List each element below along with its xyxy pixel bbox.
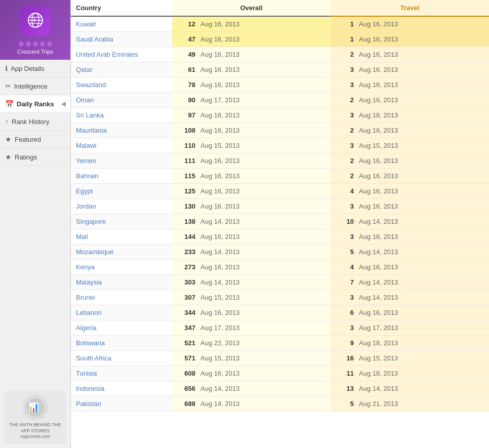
travel-date-cell: Aug 17, 2013	[356, 320, 489, 336]
travel-rank-cell: 3	[331, 320, 356, 336]
calendar-icon: 📅	[5, 100, 14, 108]
overall-rank-cell: 344	[172, 305, 197, 320]
sidebar-item-label: Daily Ranks	[17, 100, 54, 108]
travel-date-cell: Aug 16, 2013	[356, 47, 489, 62]
country-cell: Indonesia	[71, 381, 172, 396]
sidebar-item-label: Featured	[15, 136, 41, 143]
table-row: Brunei 307 Aug 15, 2013 3 Aug 14, 2013	[71, 290, 489, 305]
table-row: Oman 90 Aug 17, 2013 2 Aug 16, 2013	[71, 93, 489, 108]
country-cell: Brunei	[71, 290, 172, 305]
travel-rank-cell: 2	[331, 153, 356, 169]
travel-date-cell: Aug 16, 2013	[356, 123, 489, 138]
country-cell: Malawi	[71, 138, 172, 153]
sidebar-item-intelligence[interactable]: ✂ Intelligence	[0, 77, 70, 95]
travel-date-cell: Aug 18, 2013	[356, 336, 489, 351]
overall-rank-cell: 138	[172, 214, 197, 229]
sidebar-item-ratings[interactable]: ★ Ratings	[0, 148, 70, 166]
sidebar-item-label: Intelligence	[14, 83, 48, 90]
table-row: Jordan 130 Aug 16, 2013 3 Aug 16, 2013	[71, 199, 489, 214]
dot-5	[47, 42, 52, 47]
overall-rank-cell: 49	[172, 47, 197, 62]
travel-date-cell: Aug 16, 2013	[356, 153, 489, 169]
travel-rank-cell: 3	[331, 199, 356, 214]
table-row: Mali 144 Aug 16, 2013 3 Aug 16, 2013	[71, 229, 489, 245]
overall-rank-cell: 571	[172, 351, 197, 366]
sidebar-item-app-details[interactable]: ℹ App Details	[0, 60, 70, 77]
sidebar-ad-text: THE MATH BEHIND THE APP STORES AppAnnie.…	[8, 422, 62, 440]
table-row: United Arab Emirates 49 Aug 16, 2013 2 A…	[71, 47, 489, 62]
overall-date-cell: Aug 16, 2013	[197, 153, 331, 169]
sidebar-item-daily-ranks[interactable]: 📅 Daily Ranks ◀	[0, 95, 70, 113]
overall-rank-cell: 111	[172, 153, 197, 169]
sidebar-item-label: Ratings	[15, 153, 37, 161]
overall-rank-cell: 303	[172, 275, 197, 290]
overall-rank-cell: 125	[172, 184, 197, 199]
sidebar-ad-inner: 📊 THE MATH BEHIND THE APP STORES AppAnni…	[4, 391, 66, 444]
overall-rank-cell: 347	[172, 320, 197, 336]
travel-rank-cell: 10	[331, 214, 356, 229]
overall-date-cell: Aug 22, 2013	[197, 336, 331, 351]
country-cell: Mali	[71, 229, 172, 245]
country-cell: South Africa	[71, 351, 172, 366]
country-cell: United Arab Emirates	[71, 47, 172, 62]
travel-date-cell: Aug 16, 2013	[356, 16, 489, 32]
travel-date-cell: Aug 18, 2013	[356, 366, 489, 381]
table-row: Mauritania 108 Aug 16, 2013 2 Aug 16, 20…	[71, 123, 489, 138]
overall-date-cell: Aug 14, 2013	[197, 381, 331, 396]
travel-header: Travel	[331, 0, 489, 16]
travel-rank-cell: 1	[331, 16, 356, 32]
travel-rank-cell: 3	[331, 229, 356, 245]
table-row: Pakistan 688 Aug 14, 2013 5 Aug 21, 2013	[71, 396, 489, 412]
travel-date-cell: Aug 16, 2013	[356, 169, 489, 184]
travel-rank-cell: 4	[331, 184, 356, 199]
travel-date-cell: Aug 14, 2013	[356, 245, 489, 260]
overall-date-cell: Aug 16, 2013	[197, 184, 331, 199]
table-row: Kuwait 12 Aug 16, 2013 1 Aug 16, 2013	[71, 16, 489, 32]
sidebar-item-label: Rank History	[12, 118, 49, 126]
travel-date-cell: Aug 14, 2013	[356, 275, 489, 290]
up-arrow-icon: ↑	[5, 117, 9, 126]
table-container[interactable]: Country Overall Travel Kuwait 12 Aug 16,…	[71, 0, 489, 448]
travel-date-cell: Aug 16, 2013	[356, 305, 489, 320]
overall-date-cell: Aug 14, 2013	[197, 214, 331, 229]
travel-date-cell: Aug 15, 2013	[356, 351, 489, 366]
table-row: Bahrain 115 Aug 16, 2013 2 Aug 16, 2013	[71, 169, 489, 184]
travel-date-cell: Aug 16, 2013	[356, 77, 489, 93]
sidebar-item-featured[interactable]: ★ Featured	[0, 131, 70, 148]
country-cell: Saudi Arabia	[71, 32, 172, 47]
travel-date-cell: Aug 16, 2013	[356, 62, 489, 77]
overall-rank-cell: 233	[172, 245, 197, 260]
travel-rank-cell: 11	[331, 366, 356, 381]
country-cell: Lebanon	[71, 305, 172, 320]
travel-rank-cell: 2	[331, 93, 356, 108]
travel-date-cell: Aug 21, 2013	[356, 396, 489, 412]
table-row: Lebanon 344 Aug 16, 2013 6 Aug 16, 2013	[71, 305, 489, 320]
svg-text:📊: 📊	[28, 402, 39, 413]
overall-date-cell: Aug 15, 2013	[197, 351, 331, 366]
table-header-row: Country Overall Travel	[71, 0, 489, 16]
country-cell: Botswana	[71, 336, 172, 351]
overall-date-cell: Aug 14, 2013	[197, 245, 331, 260]
main-content: Country Overall Travel Kuwait 12 Aug 16,…	[71, 0, 489, 448]
app-name: Crescent Trips	[17, 49, 53, 55]
travel-rank-cell: 4	[331, 260, 356, 275]
overall-date-cell: Aug 16, 2013	[197, 123, 331, 138]
overall-rank-cell: 90	[172, 93, 197, 108]
travel-rank-cell: 1	[331, 32, 356, 47]
country-cell: Swaziland	[71, 77, 172, 93]
table-row: Indonesia 656 Aug 14, 2013 13 Aug 14, 20…	[71, 381, 489, 396]
table-row: Swaziland 78 Aug 16, 2013 3 Aug 16, 2013	[71, 77, 489, 93]
info-icon: ℹ	[5, 64, 8, 72]
app-icon: ✈	[20, 6, 51, 36]
overall-date-cell: Aug 15, 2013	[197, 138, 331, 153]
table-row: Tunisia 608 Aug 16, 2013 11 Aug 18, 2013	[71, 366, 489, 381]
sidebar-item-rank-history[interactable]: ↑ Rank History	[0, 113, 70, 131]
overall-rank-cell: 521	[172, 336, 197, 351]
table-row: Sri Lanka 97 Aug 18, 2013 3 Aug 18, 2013	[71, 108, 489, 123]
travel-date-cell: Aug 16, 2013	[356, 93, 489, 108]
sidebar-ad: 📊 THE MATH BEHIND THE APP STORES AppAnni…	[0, 387, 70, 448]
ranks-table: Country Overall Travel Kuwait 12 Aug 16,…	[71, 0, 489, 412]
overall-rank-cell: 656	[172, 381, 197, 396]
country-cell: Jordan	[71, 199, 172, 214]
dot-4	[40, 42, 45, 47]
